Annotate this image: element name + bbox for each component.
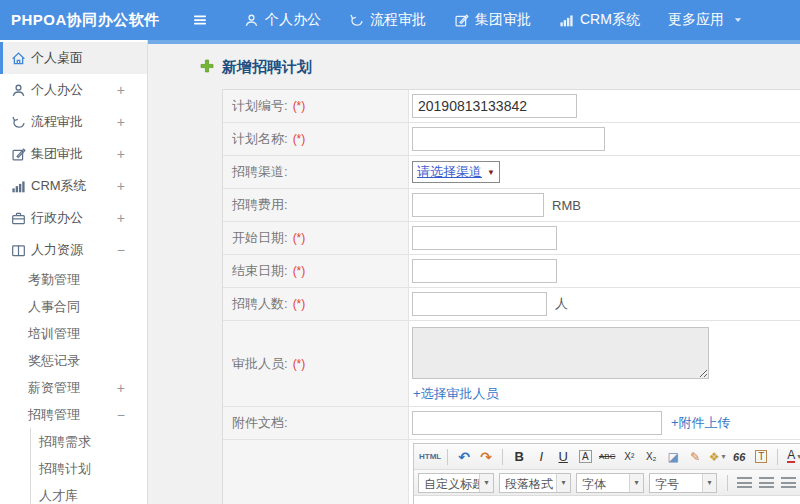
editor-paint-format-button[interactable]: ❖▾ <box>707 447 727 467</box>
top-nav: 个人办公流程审批集团审批CRM系统更多应用 <box>230 11 757 29</box>
user-icon <box>244 13 259 28</box>
top-nav-group-approval[interactable]: 集团审批 <box>454 11 531 29</box>
top-nav-workflow-approval[interactable]: 流程审批 <box>349 11 426 29</box>
editor-subscript-button[interactable]: X₂ <box>641 447 661 467</box>
field-label: 计划名称: <box>232 130 288 148</box>
hamburger-menu-icon[interactable] <box>192 12 208 28</box>
book-icon <box>10 243 27 258</box>
editor-source-code-button[interactable]: HTML <box>419 447 441 467</box>
glyph: U <box>559 449 568 464</box>
editor-strikethrough-button[interactable]: ABC <box>597 447 617 467</box>
sidebar-item-attendance-mgmt[interactable]: 考勤管理 <box>0 266 147 293</box>
sidebar-item-reward-records[interactable]: 奖惩记录 <box>0 347 147 374</box>
glyph: A <box>787 450 795 463</box>
editor-font-family-select[interactable]: 字体▾ <box>576 473 644 493</box>
sidebar-item-training-mgmt[interactable]: 培训管理 <box>0 320 147 347</box>
recruit-cost-input[interactable] <box>412 193 544 217</box>
editor-underline-button[interactable]: U <box>553 447 573 467</box>
glyph: ✎ <box>690 450 700 464</box>
collapse-minus-icon[interactable]: − <box>117 407 125 423</box>
editor-paragraph-select[interactable]: 段落格式▾ <box>499 473 571 493</box>
editor-align-center-button[interactable] <box>756 473 776 493</box>
editor-bold-button[interactable]: B <box>509 447 529 467</box>
editor-align-left-button[interactable] <box>734 473 754 493</box>
sidebar-item-workflow-approval[interactable]: 流程审批+ <box>0 106 147 138</box>
select-approvers-link[interactable]: +选择审批人员 <box>413 385 499 403</box>
glyph: B <box>515 449 524 464</box>
editor-paste-text-button[interactable]: T <box>751 447 771 467</box>
glyph: ABC <box>599 452 615 461</box>
unit-suffix: RMB <box>552 198 581 213</box>
briefcase-icon <box>10 211 27 226</box>
body-row: 个人桌面个人办公+流程审批+集团审批+CRM系统+行政办公+人力资源−考勤管理人… <box>0 40 800 504</box>
editor-format-brush-button[interactable]: ✎ <box>685 447 705 467</box>
collapse-minus-icon[interactable]: − <box>117 242 125 258</box>
recruit-headcount-input[interactable] <box>412 292 547 316</box>
dropdown-caret-icon: ▾ <box>702 474 716 492</box>
editor-font-color-button[interactable]: A▾ <box>784 447 800 467</box>
top-nav-more-apps[interactable]: 更多应用 <box>668 11 743 29</box>
sidebar: 个人桌面个人办公+流程审批+集团审批+CRM系统+行政办公+人力资源−考勤管理人… <box>0 40 148 504</box>
main-content: 新增招聘计划 计划编号:(*)计划名称:(*)招聘渠道:请选择渠道▼招聘费用:R… <box>148 40 800 504</box>
approvers-textarea[interactable] <box>412 327 709 379</box>
sidebar-item-admin-office[interactable]: 行政办公+ <box>0 202 147 234</box>
field-value-cell <box>409 123 800 155</box>
editor-superscript-button[interactable]: X² <box>619 447 639 467</box>
sidebar-item-human-resources[interactable]: 人力资源− <box>0 234 147 266</box>
field-label: 招聘渠道: <box>232 163 288 181</box>
expand-plus-icon[interactable]: + <box>117 82 125 98</box>
required-mark: (*) <box>293 297 306 311</box>
sidebar-item-recruit-demand[interactable]: 招聘需求 <box>30 428 147 455</box>
sidebar-item-personal-desktop[interactable]: 个人桌面 <box>0 42 147 74</box>
editor-font-size-select[interactable]: 字号▾ <box>649 473 717 493</box>
sidebar-item-label: 招聘计划 <box>39 460 91 478</box>
select-arrow-icon: ▼ <box>487 168 495 177</box>
recruit-channel-select[interactable]: 请选择渠道▼ <box>412 161 500 183</box>
required-mark: (*) <box>293 264 306 278</box>
edit-icon <box>454 13 469 28</box>
editor-heading-select[interactable]: 自定义标题▾ <box>418 473 494 493</box>
unit-suffix: 人 <box>555 295 568 313</box>
glyph: ◪ <box>668 450 679 464</box>
expand-plus-icon[interactable]: + <box>117 146 125 162</box>
expand-plus-icon[interactable]: + <box>117 178 125 194</box>
field-label: 结束日期: <box>232 262 288 280</box>
align-left-icon <box>737 477 752 488</box>
editor-undo-button[interactable]: ↶ <box>454 447 474 467</box>
sidebar-item-crm-system[interactable]: CRM系统+ <box>0 170 147 202</box>
editor-font-style-button[interactable]: A <box>575 447 595 467</box>
form-row-recruit-headcount: 招聘人数:(*)人 <box>223 288 800 321</box>
attachment-doc-input[interactable] <box>412 411 662 435</box>
editor-content-area[interactable] <box>414 496 800 504</box>
sidebar-item-personal-office[interactable]: 个人办公+ <box>0 74 147 106</box>
editor-blockquote-button[interactable]: 66 <box>729 447 749 467</box>
select-label: 段落格式 <box>500 474 556 492</box>
dropdown-caret-icon: ▾ <box>556 474 570 492</box>
field-value-cell <box>409 222 800 254</box>
toolbar-separator <box>727 475 728 491</box>
editor-align-right-button[interactable] <box>778 473 798 493</box>
sidebar-item-recruit-plan[interactable]: 招聘计划 <box>30 455 147 482</box>
form-row-plan-number: 计划编号:(*) <box>223 90 800 123</box>
sidebar-item-salary-mgmt[interactable]: 薪资管理+ <box>0 374 147 401</box>
end-date-input[interactable] <box>412 259 557 283</box>
top-nav-crm-system[interactable]: CRM系统 <box>559 11 640 29</box>
expand-plus-icon[interactable]: + <box>117 114 125 130</box>
expand-plus-icon[interactable]: + <box>117 210 125 226</box>
sidebar-item-hr-contract[interactable]: 人事合同 <box>0 293 147 320</box>
sidebar-item-recruit-mgmt[interactable]: 招聘管理− <box>0 401 147 428</box>
plan-number-input[interactable] <box>412 94 577 118</box>
start-date-input[interactable] <box>412 226 557 250</box>
editor-eraser-button[interactable]: ◪ <box>663 447 683 467</box>
editor-italic-button[interactable]: I <box>531 447 551 467</box>
editor-redo-button[interactable]: ↷ <box>476 447 496 467</box>
sidebar-item-talent-pool[interactable]: 人才库 <box>30 482 147 504</box>
form-row-approvers: 审批人员:(*)+选择审批人员 <box>223 321 800 407</box>
expand-plus-icon[interactable]: + <box>117 380 125 396</box>
plan-name-input[interactable] <box>412 127 605 151</box>
sidebar-item-group-approval[interactable]: 集团审批+ <box>0 138 147 170</box>
attachment-doc-upload-link[interactable]: +附件上传 <box>671 414 731 432</box>
top-nav-personal-office[interactable]: 个人办公 <box>244 11 321 29</box>
glyph: A <box>579 450 592 463</box>
required-mark: (*) <box>293 132 306 146</box>
